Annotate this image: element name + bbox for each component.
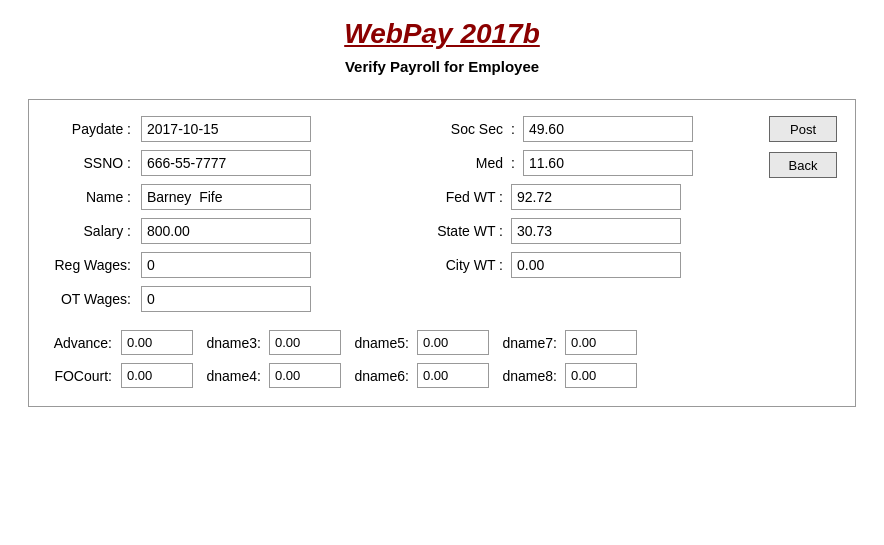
paydate-row: Paydate : [47,116,417,142]
ssno-label: SSNO : [47,155,137,171]
soc-sec-label: Soc Sec [427,121,507,137]
med-row: Med : [427,150,747,176]
name-row: Name : [47,184,417,210]
focourt-input[interactable] [121,363,193,388]
ssno-row: SSNO : [47,150,417,176]
state-wt-input[interactable] [511,218,681,244]
ot-wages-input[interactable] [141,286,311,312]
post-button[interactable]: Post [769,116,837,142]
fed-wt-input[interactable] [511,184,681,210]
reg-wages-input[interactable] [141,252,311,278]
city-wt-row: City WT : [427,252,747,278]
med-label: Med [427,155,507,171]
state-wt-label: State WT : [427,223,507,239]
app-title: WebPay 2017b [0,18,884,50]
ot-wages-row: OT Wages: [47,286,417,312]
name-label: Name : [47,189,137,205]
advance-input[interactable] [121,330,193,355]
bottom-col-2: dname3: dname4: [205,330,341,388]
paydate-label: Paydate : [47,121,137,137]
dname6-label: dname6: [353,368,413,384]
main-form: Paydate : SSNO : Name : Salary : Reg Wag… [28,99,856,407]
dname4-input[interactable] [269,363,341,388]
dname4-row: dname4: [205,363,341,388]
focourt-row: FOCourt: [47,363,193,388]
fed-wt-label: Fed WT : [427,189,507,205]
ssno-input[interactable] [141,150,311,176]
soc-sec-colon: : [511,121,515,137]
state-wt-row: State WT : [427,218,747,244]
salary-label: Salary : [47,223,137,239]
dname5-row: dname5: [353,330,489,355]
form-right-column: Soc Sec : Med : Fed WT : State WT : City… [427,116,747,312]
form-buttons: Post Back [747,116,837,312]
dname6-input[interactable] [417,363,489,388]
reg-wages-label: Reg Wages: [47,257,137,273]
city-wt-input[interactable] [511,252,681,278]
dname8-row: dname8: [501,363,637,388]
dname7-label: dname7: [501,335,561,351]
dname3-row: dname3: [205,330,341,355]
city-wt-label: City WT : [427,257,507,273]
form-bottom: Advance: FOCourt: dname3: dname4: [47,330,837,388]
dname5-label: dname5: [353,335,413,351]
dname8-input[interactable] [565,363,637,388]
advance-row: Advance: [47,330,193,355]
back-button[interactable]: Back [769,152,837,178]
dname7-input[interactable] [565,330,637,355]
advance-label: Advance: [47,335,117,351]
soc-sec-row: Soc Sec : [427,116,747,142]
dname8-label: dname8: [501,368,561,384]
form-left-column: Paydate : SSNO : Name : Salary : Reg Wag… [47,116,417,312]
bottom-col-3: dname5: dname6: [353,330,489,388]
dname7-row: dname7: [501,330,637,355]
ot-wages-label: OT Wages: [47,291,137,307]
bottom-columns: Advance: FOCourt: dname3: dname4: [47,330,837,388]
dname5-input[interactable] [417,330,489,355]
bottom-col-4: dname7: dname8: [501,330,637,388]
salary-row: Salary : [47,218,417,244]
bottom-col-1: Advance: FOCourt: [47,330,193,388]
fed-wt-row: Fed WT : [427,184,747,210]
dname3-label: dname3: [205,335,265,351]
dname6-row: dname6: [353,363,489,388]
name-input[interactable] [141,184,311,210]
salary-input[interactable] [141,218,311,244]
med-colon: : [511,155,515,171]
paydate-input[interactable] [141,116,311,142]
med-input[interactable] [523,150,693,176]
focourt-label: FOCourt: [47,368,117,384]
soc-sec-input[interactable] [523,116,693,142]
dname4-label: dname4: [205,368,265,384]
page-subtitle: Verify Payroll for Employee [0,58,884,75]
dname3-input[interactable] [269,330,341,355]
reg-wages-row: Reg Wages: [47,252,417,278]
